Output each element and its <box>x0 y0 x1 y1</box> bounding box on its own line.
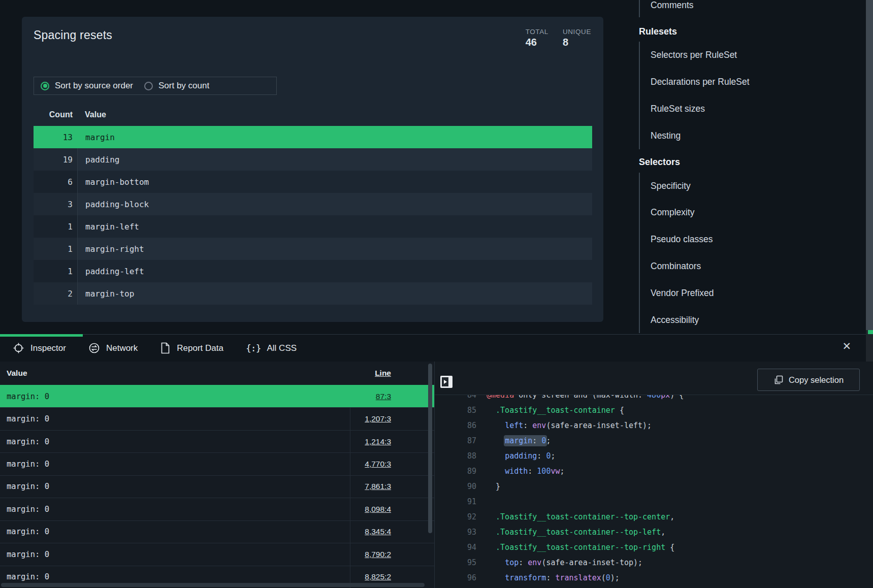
declaration-line: 7,861:3 <box>350 476 434 498</box>
spacing-table-row[interactable]: 1padding-left <box>34 260 592 282</box>
sidebar-item-ruleset-sizes[interactable]: RuleSet sizes <box>640 95 866 122</box>
declaration-row[interactable]: margin: 01,207:3 <box>0 407 434 430</box>
spacing-table-row[interactable]: 1margin-right <box>34 238 592 260</box>
braces-icon: {:} <box>246 343 261 353</box>
app-window: Spacing resets TOTAL 46 UNIQUE 8 Sort by… <box>0 0 873 588</box>
sidebar-item-declarations-per-ruleset[interactable]: Declarations per RuleSet <box>640 69 866 95</box>
row-count: 6 <box>34 171 77 193</box>
tab-network[interactable]: Network <box>88 342 138 354</box>
value-column-header: Value <box>77 103 592 126</box>
declaration-line: 1,207:3 <box>350 408 434 430</box>
declaration-row[interactable]: margin: 087:3 <box>0 385 434 407</box>
sidebar-item-accessibility[interactable]: Accessibility <box>640 307 866 333</box>
radio-selected-icon <box>41 82 49 90</box>
sort-by-source-order-label: Sort by source order <box>55 81 133 91</box>
spacing-table-row[interactable]: 13margin <box>34 126 592 148</box>
declaration-row[interactable]: margin: 08,345:4 <box>0 520 434 543</box>
line-link[interactable]: 7,861:3 <box>365 482 391 491</box>
sidebar-item-pseudo-classes[interactable]: Pseudo classes <box>640 226 866 253</box>
token <box>487 421 505 430</box>
inspector-table-body: margin: 087:3margin: 01,207:3margin: 01,… <box>0 385 434 588</box>
inspector-value-header: Value <box>0 369 350 378</box>
row-count: 2 <box>34 282 77 305</box>
code-text: .Toastify__toast-container--top-right { <box>476 540 674 555</box>
code-line: 95 top: env(safe-area-inset-top); <box>435 555 873 570</box>
code-line: 93 .Toastify__toast-container--top-left, <box>435 525 873 540</box>
row-count: 1 <box>34 215 77 238</box>
sidebar-item-complexity[interactable]: Complexity <box>640 199 866 226</box>
code-editor-panel: Copy selection 84@media only screen and … <box>434 362 873 588</box>
code-text: margin: 0; <box>476 433 551 448</box>
sidebar-group: SpecificityComplexityPseudo classesCombi… <box>639 173 866 333</box>
token: ); <box>610 573 620 582</box>
line-link[interactable]: 1,207:3 <box>365 414 391 423</box>
code-text: @media only screen and (max-width: 480px… <box>476 395 684 403</box>
row-value: margin-bottom <box>77 171 592 193</box>
spacing-table-row[interactable]: 2margin-top <box>34 282 592 305</box>
declaration-row[interactable]: margin: 04,770:3 <box>0 452 434 475</box>
highlighted-declaration: margin: 0 <box>505 436 546 445</box>
line-link[interactable]: 87:3 <box>376 392 391 401</box>
token: 0 <box>606 573 610 582</box>
line-link[interactable]: 4,770:3 <box>365 460 391 469</box>
line-link[interactable]: 1,214:3 <box>365 437 391 446</box>
sort-by-count-radio[interactable]: Sort by count <box>144 81 209 91</box>
line-link[interactable]: 8,825:2 <box>365 572 391 581</box>
code-line: 85 .Toastify__toast-container { <box>435 403 873 418</box>
copy-selection-label: Copy selection <box>789 375 844 385</box>
token <box>487 543 496 552</box>
copy-selection-button[interactable]: Copy selection <box>757 369 860 391</box>
token: vw <box>551 467 560 476</box>
declaration-row[interactable]: margin: 08,098:4 <box>0 498 434 520</box>
spacing-table-row[interactable]: 3padding-block <box>34 193 592 215</box>
sidebar-item-specificity[interactable]: Specificity <box>640 173 866 200</box>
sidebar-item-selectors-per-ruleset[interactable]: Selectors per RuleSet <box>640 42 866 69</box>
token: translatex <box>555 573 601 582</box>
sidebar-group: Selectors per RuleSetDeclarations per Ru… <box>639 42 866 149</box>
code-line: 88 padding: 0; <box>435 448 873 464</box>
copy-icon <box>773 375 783 385</box>
page-scrollbar-thumb[interactable] <box>866 0 873 330</box>
line-link[interactable]: 8,790:2 <box>365 550 391 559</box>
line-number: 87 <box>435 433 476 448</box>
code-viewport[interactable]: 84@media only screen and (max-width: 480… <box>435 395 873 588</box>
code-text: .Toastify__toast-container--top-center, <box>476 509 674 525</box>
spacing-table-row[interactable]: 6margin-bottom <box>34 171 592 193</box>
declaration-row[interactable]: margin: 08,790:2 <box>0 543 434 565</box>
token: { <box>665 543 674 552</box>
line-link[interactable]: 8,345:4 <box>365 527 391 536</box>
spacing-table-header: Count Value <box>34 103 592 126</box>
spacing-table-row[interactable]: 1margin-left <box>34 215 592 238</box>
token <box>487 406 496 415</box>
code-text: .Toastify__toast-container { <box>476 403 624 418</box>
row-count: 1 <box>34 238 77 260</box>
spacing-resets-card: Spacing resets TOTAL 46 UNIQUE 8 Sort by… <box>22 17 603 322</box>
stat-total-value: 46 <box>526 37 548 48</box>
spacing-table-row[interactable]: 19padding <box>34 148 592 171</box>
code-lines: 84@media only screen and (max-width: 480… <box>435 395 873 585</box>
line-link[interactable]: 8,098:4 <box>365 505 391 514</box>
count-column-header: Count <box>34 103 77 126</box>
sort-by-source-order-radio[interactable]: Sort by source order <box>41 81 133 91</box>
inspector-horizontal-scrollbar[interactable] <box>1 583 425 587</box>
sidebar-item-vendor-prefixed[interactable]: Vendor Prefixed <box>640 280 866 307</box>
declaration-row[interactable]: margin: 07,861:3 <box>0 475 434 498</box>
tab-all-css[interactable]: {:}All CSS <box>246 343 297 353</box>
line-header-link[interactable]: Line <box>375 369 391 377</box>
active-tab-indicator <box>0 334 83 337</box>
token: , <box>670 512 674 521</box>
tab-inspector[interactable]: Inspector <box>13 342 66 354</box>
row-value: padding <box>77 148 592 171</box>
inspector-vertical-scrollbar[interactable] <box>428 364 432 533</box>
sidebar-item-combinators[interactable]: Combinators <box>640 253 866 280</box>
code-line: 89 width: 100vw; <box>435 464 873 479</box>
sidebar-item-nesting[interactable]: Nesting <box>640 122 866 149</box>
sidebar-item-comments[interactable]: Comments <box>640 0 866 17</box>
declaration-row[interactable]: margin: 01,214:3 <box>0 430 434 452</box>
expand-panel-button[interactable] <box>440 376 452 388</box>
tab-report-data[interactable]: Report Data <box>160 342 223 354</box>
line-number: 86 <box>435 418 476 433</box>
close-panel-button[interactable]: ✕ <box>842 341 851 351</box>
token: : <box>546 573 555 582</box>
code-line: 84@media only screen and (max-width: 480… <box>435 395 873 403</box>
